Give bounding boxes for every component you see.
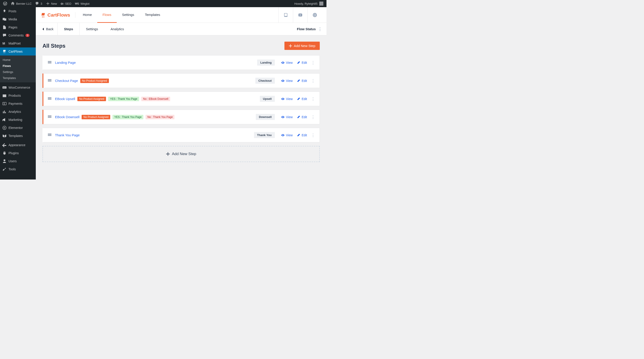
admin-seo[interactable]: ⊖○ SEO — [59, 0, 73, 7]
templates-icon — [2, 134, 7, 138]
add-new-step-button[interactable]: Add New Step — [284, 42, 320, 50]
howdy-text[interactable]: Howdy, Ryleigh85 — [294, 2, 318, 5]
user-avatar[interactable] — [319, 2, 323, 6]
sidebar-item-marketing[interactable]: Marketing — [0, 116, 36, 124]
elementor-icon — [2, 126, 7, 130]
youtube-icon-button[interactable] — [293, 7, 308, 23]
pencil-icon — [297, 115, 300, 119]
view-button[interactable]: View — [281, 61, 293, 65]
admin-comments[interactable]: 3 — [33, 0, 44, 7]
submenu-item-home[interactable]: Home — [0, 57, 36, 63]
eye-icon — [281, 133, 285, 137]
step-title-link[interactable]: Thank You Page — [55, 133, 80, 137]
sidebar-item-label: Analytics — [8, 110, 21, 114]
content: All Steps Add New Step Landing PageLandi… — [36, 35, 326, 168]
sidebar-item-label: WooCommerce — [8, 86, 30, 89]
edit-button[interactable]: Edit — [297, 97, 307, 101]
step-row: EBook UpsellNo Product AssignedYES : Tha… — [42, 92, 320, 106]
brand-text: CartFlows — [48, 12, 70, 18]
plugins-icon — [2, 151, 7, 155]
step-title-link[interactable]: EBook Downsell — [55, 115, 80, 119]
appearance-icon — [2, 143, 7, 147]
plus-icon — [289, 44, 292, 48]
weglot-icon: WG — [75, 2, 79, 5]
weglot-label: Weglot — [80, 2, 90, 5]
step-type-badge: Thank You — [254, 132, 275, 138]
sidebar-item-woocommerce[interactable]: wooWooCommerce — [0, 84, 36, 92]
submenu-item-flows[interactable]: Flows — [0, 63, 36, 69]
step-more-icon[interactable]: ⋮ — [311, 60, 315, 65]
sidebar-item-elementor[interactable]: Elementor — [0, 124, 36, 132]
sidebar-item-plugins[interactable]: Plugins — [0, 149, 36, 157]
sidebar-item-label: Appearance — [8, 143, 26, 147]
flow-tab-settings[interactable]: Settings — [80, 23, 104, 35]
sidebar-item-templates[interactable]: Templates — [0, 132, 36, 140]
step-tag: No : EBook Downsell — [141, 97, 170, 101]
sidebar-item-pages[interactable]: Pages — [0, 23, 36, 31]
wp-logo[interactable] — [1, 0, 9, 7]
flow-tab-steps[interactable]: Steps — [58, 23, 80, 35]
step-row: Checkout PageNo Product AssignedCheckout… — [42, 73, 320, 88]
cartflows-logo[interactable]: CartFlows — [40, 12, 75, 18]
eye-icon — [281, 79, 285, 83]
sidebar-item-products[interactable]: Products — [0, 92, 36, 100]
sidebar-item-label: Templates — [8, 134, 23, 138]
sidebar-item-analytics[interactable]: Analytics — [0, 108, 36, 116]
drag-handle-icon[interactable] — [48, 97, 52, 101]
submenu-item-settings[interactable]: Settings — [0, 69, 36, 75]
view-button[interactable]: View — [281, 133, 293, 137]
sidebar-item-label: CartFlows — [8, 50, 22, 53]
edit-button[interactable]: Edit — [297, 115, 307, 119]
help-icon-button[interactable] — [308, 7, 322, 23]
view-button[interactable]: View — [281, 115, 293, 119]
docs-icon-button[interactable] — [278, 7, 293, 23]
submenu-item-templates[interactable]: Templates — [0, 75, 36, 81]
view-button[interactable]: View — [281, 79, 293, 83]
step-title-link[interactable]: Checkout Page — [55, 79, 78, 83]
sidebar-item-posts[interactable]: Posts — [0, 7, 36, 15]
step-title-link[interactable]: EBook Upsell — [55, 97, 75, 101]
cartflows-logo-icon — [40, 12, 46, 18]
drag-handle-icon[interactable] — [48, 115, 52, 119]
step-more-icon[interactable]: ⋮ — [311, 133, 315, 138]
page-title: All Steps — [42, 43, 66, 49]
edit-button[interactable]: Edit — [297, 133, 307, 137]
step-more-icon[interactable]: ⋮ — [311, 78, 315, 83]
sidebar-item-cartflows[interactable]: CartFlows — [0, 48, 36, 56]
media-icon — [2, 17, 7, 22]
users-icon — [2, 159, 7, 163]
sidebar-item-media[interactable]: Media — [0, 15, 36, 23]
admin-new[interactable]: New — [44, 0, 59, 7]
edit-button[interactable]: Edit — [297, 61, 307, 65]
sidebar-item-mailpoet[interactable]: MMailPoet — [0, 39, 36, 48]
cf-nav-home[interactable]: Home — [78, 7, 97, 23]
cartflows-icon — [2, 49, 7, 54]
sidebar-item-label: Payments — [8, 102, 22, 105]
sidebar-item-users[interactable]: Users — [0, 157, 36, 165]
edit-button[interactable]: Edit — [297, 79, 307, 83]
sidebar-item-payments[interactable]: $Payments — [0, 100, 36, 108]
drag-handle-icon[interactable] — [48, 61, 52, 65]
sidebar-item-label: Products — [8, 94, 21, 97]
back-button[interactable]: Back — [40, 23, 58, 35]
cf-nav-settings[interactable]: Settings — [117, 7, 140, 23]
view-button[interactable]: View — [281, 97, 293, 101]
flow-status-more-icon[interactable]: ⋮ — [318, 27, 322, 32]
cf-nav-flows[interactable]: Flows — [97, 7, 117, 23]
step-type-badge: Downsell — [256, 114, 275, 120]
drag-handle-icon[interactable] — [48, 133, 52, 137]
cf-nav-templates[interactable]: Templates — [140, 7, 166, 23]
sidebar-item-comments[interactable]: Comments3 — [0, 31, 36, 39]
site-name[interactable]: Bernier LLC — [9, 0, 33, 7]
step-more-icon[interactable]: ⋮ — [311, 97, 315, 101]
drag-handle-icon[interactable] — [48, 79, 52, 83]
sidebar-item-appearance[interactable]: Appearance — [0, 141, 36, 149]
svg-point-5 — [3, 126, 6, 130]
add-new-step-placeholder[interactable]: Add New Step — [42, 146, 320, 162]
sidebar-item-tools[interactable]: Tools — [0, 165, 36, 173]
step-more-icon[interactable]: ⋮ — [311, 115, 315, 120]
step-title-link[interactable]: Landing Page — [55, 61, 76, 65]
flow-tab-analytics[interactable]: Analytics — [104, 23, 130, 35]
add-placeholder-label: Add New Step — [172, 152, 196, 156]
admin-weglot[interactable]: WG Weglot — [73, 0, 91, 7]
